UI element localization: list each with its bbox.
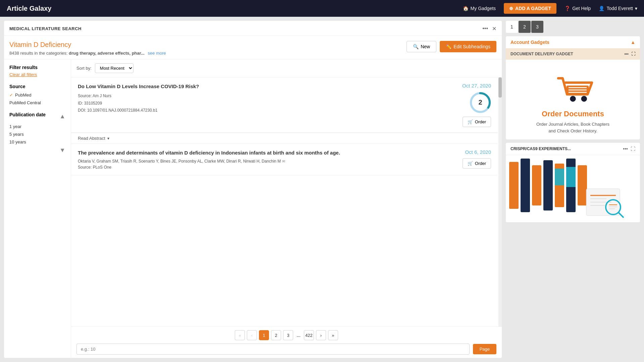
source-filter-section: Source ✓ PubMed PubMed Central xyxy=(9,84,65,105)
more-options-icon[interactable]: ••• xyxy=(482,25,488,32)
crispr-expand-icon[interactable]: ⛶ xyxy=(631,146,635,152)
pubmed-central-filter-item[interactable]: PubMed Central xyxy=(9,100,65,105)
doc-delivery-expand-icon[interactable]: ⛶ xyxy=(631,52,635,56)
last-page-button[interactable]: » xyxy=(328,330,338,340)
scroll-up-icon[interactable]: ▲ xyxy=(59,113,65,119)
svg-rect-11 xyxy=(532,165,541,205)
user-icon: 👤 xyxy=(599,6,604,11)
search-meta-text: 8438 results in the categories: drug the… xyxy=(9,51,397,56)
right-tab-3[interactable]: 3 xyxy=(531,21,543,33)
doc-delivery-header: DOCUMENT DELIVERY GADGET ••• ⛶ xyxy=(506,48,640,60)
article-date: Oct 27, 2020 xyxy=(462,83,491,88)
svg-point-7 xyxy=(570,96,576,102)
page-ellipsis: ... xyxy=(295,333,302,338)
page-1-button[interactable]: 1 xyxy=(259,330,269,340)
message-icon: ✉ xyxy=(282,159,285,163)
cart-icon-2: 🛒 xyxy=(468,161,473,166)
article-item-2: The prevalence and determinants of vitam… xyxy=(71,144,498,175)
crispr-title: CRISPR/CAS9 EXPERIMENTS... xyxy=(511,146,571,151)
edit-subheadings-button[interactable]: ✏️ Edit Subheadings xyxy=(440,41,496,52)
article-actions: Oct 27, 2020 2 🛒 xyxy=(451,83,491,127)
main-layout: MEDICAL LITERATURE SEARCH ••• ✕ Vitamin … xyxy=(0,17,644,362)
article-content: Do Low Vitamin D Levels Increase COVID-1… xyxy=(78,83,445,114)
doc-delivery-icons: ••• ⛶ xyxy=(624,52,635,56)
search-area: Vitamin D Deficiency 8438 results in the… xyxy=(4,36,502,59)
user-menu[interactable]: 👤 Todd Everett ▾ xyxy=(599,6,637,11)
results-list: Do Low Vitamin D Levels Increase COVID-1… xyxy=(71,77,502,175)
page-422-button[interactable]: 422 xyxy=(304,330,314,340)
top-navigation: Article Galaxy 🏠 My Gadgets ⊕ ADD A GADG… xyxy=(0,0,644,17)
scroll-down-icon[interactable]: ▼ xyxy=(59,147,65,154)
pub-date-1year[interactable]: 1 year xyxy=(9,124,65,129)
pubmed-filter-item[interactable]: ✓ PubMed xyxy=(9,93,65,98)
check-icon: ✓ xyxy=(9,93,13,98)
search-meta: 8438 results in the categories: drug the… xyxy=(9,51,397,56)
search-buttons: 🔍 New ✏️ Edit Subheadings xyxy=(407,41,496,52)
crispr-icons: ••• ⛶ xyxy=(623,146,635,152)
pub-date-filter-section: Publication date ▲ 1 year 5 years 10 yea… xyxy=(9,112,65,153)
order-button-1[interactable]: 🛒 Order xyxy=(463,117,491,127)
panel-header: MEDICAL LITERATURE SEARCH ••• ✕ xyxy=(4,21,502,36)
filter-sidebar: Filter results Clear all filters Source … xyxy=(4,59,71,358)
order-docs-title: Order Documents xyxy=(542,110,604,118)
collapse-icon[interactable]: ▲ xyxy=(631,40,635,45)
left-panel: MEDICAL LITERATURE SEARCH ••• ✕ Vitamin … xyxy=(4,21,502,358)
scroll-thumb[interactable] xyxy=(498,77,502,98)
search-title: Vitamin D Deficiency xyxy=(9,41,397,49)
edit-icon: ✏️ xyxy=(446,44,451,49)
right-panel-tabs: 1 2 3 xyxy=(506,21,640,33)
right-tab-2[interactable]: 2 xyxy=(519,21,531,33)
new-search-button[interactable]: 🔍 New xyxy=(407,41,436,52)
go-to-page-button[interactable]: Page xyxy=(473,344,496,354)
page-input-area: Page xyxy=(76,344,496,355)
sort-bar: Sort by: Most Recent Most Cited Oldest xyxy=(71,59,502,77)
get-help-link[interactable]: ❓ Get Help xyxy=(565,6,591,11)
see-more-link[interactable]: see more xyxy=(148,51,166,56)
plus-circle-icon: ⊕ xyxy=(509,6,513,11)
svg-rect-9 xyxy=(509,162,519,209)
article-title: Do Low Vitamin D Levels Increase COVID-1… xyxy=(78,83,445,90)
order-docs-desc: Order Journal Articles, Book Chaptersand… xyxy=(536,121,609,134)
svg-rect-10 xyxy=(521,159,530,212)
doc-delivery-more-icon[interactable]: ••• xyxy=(624,52,629,56)
page-number-input[interactable] xyxy=(76,344,470,355)
home-icon: 🏠 xyxy=(463,6,469,11)
source-filter-title: Source xyxy=(9,84,65,89)
help-icon: ❓ xyxy=(565,6,570,11)
pub-date-5years[interactable]: 5 years xyxy=(9,132,65,137)
pub-date-10years[interactable]: 10 years xyxy=(9,139,65,144)
chevron-down-icon: ▾ xyxy=(635,6,637,11)
pub-date-title: Publication date xyxy=(9,112,46,117)
svg-rect-12 xyxy=(543,160,553,210)
scroll-track[interactable] xyxy=(498,77,502,326)
app-brand: Article Galaxy xyxy=(7,5,51,12)
sort-label: Sort by: xyxy=(76,66,92,71)
svg-text:2: 2 xyxy=(478,99,482,106)
article-actions-2: Oct 6, 2020 🛒 Order xyxy=(451,149,491,169)
prev-page-button[interactable]: ‹ xyxy=(247,330,257,340)
article-date-2: Oct 6, 2020 xyxy=(465,149,491,155)
crispr-body xyxy=(506,155,640,222)
first-page-button[interactable]: « xyxy=(235,330,245,340)
clear-all-filters-link[interactable]: Clear all filters xyxy=(9,72,65,77)
filter-results-title: Filter results xyxy=(9,65,65,70)
article-source-2: Source: PLoS One xyxy=(78,165,445,170)
crispr-header: CRISPR/CAS9 EXPERIMENTS... ••• ⛶ xyxy=(506,143,640,155)
read-abstract-button[interactable]: Read Abstract ▾ xyxy=(71,133,498,144)
add-gadget-button[interactable]: ⊕ ADD A GADGET xyxy=(504,3,556,14)
page-2-button[interactable]: 2 xyxy=(271,330,281,340)
page-3-button[interactable]: 3 xyxy=(283,330,293,340)
account-gadgets-header: Account Gadgets ▲ xyxy=(506,36,640,48)
right-tab-1[interactable]: 1 xyxy=(506,21,518,33)
order-button-2[interactable]: 🛒 Order xyxy=(463,158,491,169)
my-gadgets-link[interactable]: 🏠 My Gadgets xyxy=(463,6,496,11)
close-icon[interactable]: ✕ xyxy=(492,25,496,32)
results-area: Sort by: Most Recent Most Cited Oldest D… xyxy=(71,59,502,358)
sort-select[interactable]: Most Recent Most Cited Oldest xyxy=(95,63,133,73)
crispr-more-icon[interactable]: ••• xyxy=(623,146,628,152)
pagination: « ‹ 1 2 3 ... 422 › » xyxy=(76,330,496,340)
article-source: Source: Am J Nurs xyxy=(78,93,445,100)
article-doi: DOI: 10.1097/01.NAJ.0000721884.47230.b1 xyxy=(78,107,445,114)
next-page-button[interactable]: › xyxy=(316,330,326,340)
article-title-2: The prevalence and determinants of vitam… xyxy=(78,149,445,156)
